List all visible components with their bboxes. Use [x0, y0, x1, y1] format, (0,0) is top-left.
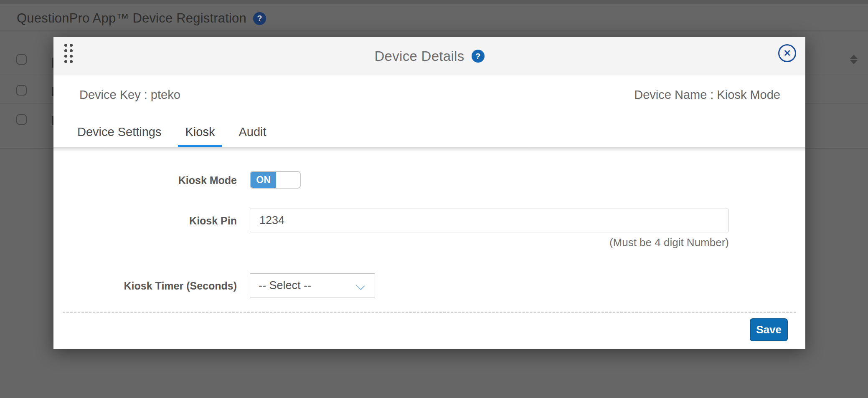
kiosk-timer-select[interactable]: -- Select --	[250, 273, 375, 297]
kiosk-mode-label: Kiosk Mode	[53, 174, 237, 186]
modal-title: Device Details ?	[374, 48, 484, 64]
sort-icon[interactable]	[850, 55, 858, 64]
drag-handle-icon[interactable]	[64, 44, 73, 63]
tab-audit[interactable]: Audit	[231, 125, 274, 147]
kiosk-timer-selected-value: -- Select --	[250, 279, 311, 292]
row-checkbox[interactable]	[16, 114, 27, 125]
tab-kiosk[interactable]: Kiosk	[178, 125, 223, 147]
sort-desc-triangle	[850, 60, 858, 64]
kiosk-pin-input[interactable]	[250, 209, 728, 232]
save-button[interactable]: Save	[750, 318, 788, 341]
device-details-modal: Device Details ? ✕ Device Key : pteko De…	[53, 37, 805, 349]
page-title-text: QuestionPro App™ Device Registration	[17, 11, 246, 26]
tabs-bar: Device Settings Kiosk Audit	[53, 122, 805, 147]
toggle-on-state: ON	[251, 172, 276, 188]
select-all-checkbox[interactable]	[16, 54, 27, 65]
table-top-border	[0, 30, 868, 30]
page-title: QuestionPro App™ Device Registration ?	[17, 11, 266, 26]
sort-asc-triangle	[850, 55, 858, 59]
device-key-label: Device Key : pteko	[79, 88, 180, 102]
kiosk-timer-label: Kiosk Timer (Seconds)	[53, 280, 237, 292]
close-icon[interactable]: ✕	[778, 44, 796, 62]
top-nav-strip	[0, 0, 868, 4]
modal-header: Device Details ? ✕	[53, 37, 805, 76]
kiosk-pin-label: Kiosk Pin	[53, 215, 237, 227]
chevron-down-icon	[356, 281, 365, 290]
device-info-row: Device Key : pteko Device Name : Kiosk M…	[53, 76, 805, 102]
modal-title-text: Device Details	[374, 48, 464, 64]
tab-device-settings[interactable]: Device Settings	[70, 125, 169, 147]
tabs-shadow	[53, 147, 805, 152]
page-help-icon[interactable]: ?	[253, 12, 266, 25]
device-name-label: Device Name : Kiosk Mode	[634, 88, 780, 102]
modal-help-icon[interactable]: ?	[472, 50, 485, 63]
row-checkbox[interactable]	[16, 85, 27, 96]
footer-divider	[63, 312, 796, 313]
kiosk-mode-toggle[interactable]: ON	[250, 171, 301, 189]
kiosk-pin-helper-text: (Must be 4 digit Number)	[609, 236, 729, 249]
